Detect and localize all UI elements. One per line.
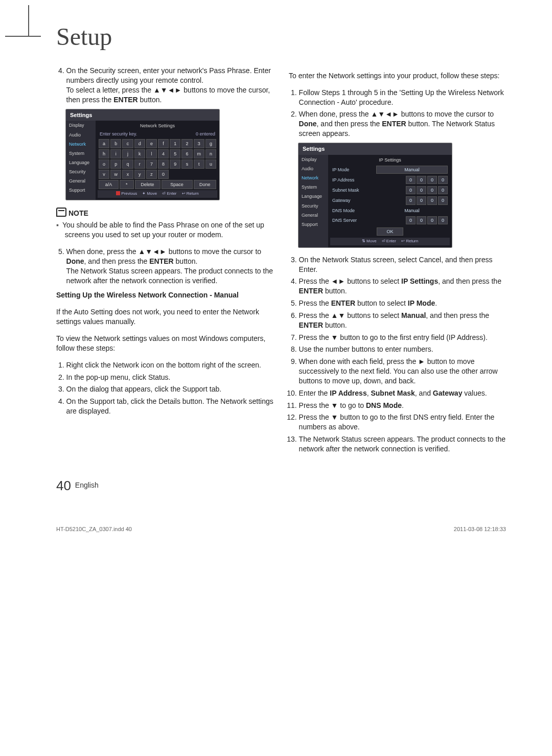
ip-o4[interactable]: 0: [438, 176, 448, 184]
key-1[interactable]: 1: [170, 139, 180, 148]
bar2-return: ↩ Return: [401, 239, 418, 244]
rs11c: .: [402, 401, 404, 409]
key-3[interactable]: 3: [194, 139, 204, 148]
key-z[interactable]: z: [146, 170, 157, 179]
key-d[interactable]: d: [134, 139, 145, 148]
side2-support: Support: [298, 220, 328, 229]
dns-o1[interactable]: 0: [406, 216, 416, 224]
key-star[interactable]: *: [120, 180, 134, 189]
side2-display: Display: [298, 155, 328, 164]
page-number: 40: [56, 478, 71, 493]
key-t[interactable]: t: [194, 159, 204, 169]
dns-o3[interactable]: 0: [427, 216, 437, 224]
rs2b: Done: [299, 120, 317, 128]
key-v[interactable]: v: [99, 170, 109, 179]
key-a[interactable]: a: [99, 139, 109, 148]
setup-continue-list-2: When done, press the ▲▼◄► buttons to mov…: [56, 247, 273, 286]
key-o[interactable]: o: [99, 159, 109, 169]
ok-button[interactable]: OK: [377, 227, 403, 236]
key-7[interactable]: 7: [146, 159, 157, 169]
panel2-sidebar: Display Audio Network System Language Se…: [298, 155, 328, 247]
gw-o3[interactable]: 0: [427, 196, 437, 204]
key-u[interactable]: u: [205, 159, 216, 169]
sn-o2[interactable]: 0: [417, 186, 426, 194]
key-space[interactable]: Space: [162, 180, 193, 189]
bar2-enter-label: Enter: [386, 239, 396, 243]
sn-o1[interactable]: 0: [406, 186, 416, 194]
dns-o4[interactable]: 0: [438, 216, 448, 224]
dnsmode-value[interactable]: Manual: [376, 207, 448, 214]
step4-text-b1: To select a letter, press the ▲▼◄► butto…: [66, 86, 270, 104]
key-i[interactable]: i: [110, 149, 121, 158]
gateway-value[interactable]: 0 0 0 0: [376, 196, 448, 204]
key-5[interactable]: 5: [170, 149, 180, 158]
key-4[interactable]: 4: [158, 149, 169, 158]
key-delete[interactable]: Delete: [135, 180, 160, 189]
ip-o3[interactable]: 0: [427, 176, 437, 184]
ipaddress-value[interactable]: 0 0 0 0: [376, 176, 448, 184]
key-m[interactable]: m: [194, 149, 204, 158]
footer: HT-D5210C_ZA_0307.indd 40 2011-03-08 12:…: [56, 525, 506, 533]
dnsserver-row: DNS Server 0 0 0 0: [330, 215, 450, 225]
key-q[interactable]: q: [122, 159, 133, 169]
ip-settings-panel: Settings Display Audio Network System La…: [298, 143, 452, 248]
rs4a: Press the ◄► buttons to select: [299, 277, 401, 285]
note-icon: [56, 208, 66, 217]
key-x[interactable]: x: [122, 170, 133, 179]
key-j[interactable]: j: [122, 149, 133, 158]
gw-o4[interactable]: 0: [438, 196, 448, 204]
sn-o3[interactable]: 0: [427, 186, 437, 194]
key-s[interactable]: s: [181, 159, 192, 169]
key-k[interactable]: k: [134, 149, 145, 158]
dnsserver-label: DNS Server: [332, 217, 373, 223]
step5-a: When done, press the ▲▼◄► buttons to mov…: [66, 247, 262, 256]
windows-steps: Right click the Network icon on the bott…: [56, 360, 273, 416]
dnsmode-row: DNS Mode Manual: [330, 206, 450, 215]
dnsserver-value[interactable]: 0 0 0 0: [376, 216, 448, 224]
rs6e: button.: [323, 321, 347, 329]
dns-o2[interactable]: 0: [417, 216, 426, 224]
key-2[interactable]: 2: [181, 139, 192, 148]
ip-o2[interactable]: 0: [417, 176, 426, 184]
step-5: When done, press the ▲▼◄► buttons to mov…: [66, 247, 273, 286]
key-f[interactable]: f: [158, 139, 169, 148]
gw-o1[interactable]: 0: [406, 196, 416, 204]
bar-move-label: Move: [147, 191, 157, 196]
side-support: Support: [66, 186, 96, 195]
key-g[interactable]: g: [205, 139, 216, 148]
key-b[interactable]: b: [110, 139, 121, 148]
key-n[interactable]: n: [205, 149, 216, 158]
rs10d: Subnet Mask: [371, 389, 415, 397]
key-r[interactable]: r: [134, 159, 145, 169]
rstep-9: When done with each field, press the ► b…: [299, 357, 506, 386]
bar2-enter: ⏎ Enter: [382, 239, 396, 244]
key-h[interactable]: h: [99, 149, 109, 158]
key-w[interactable]: w: [110, 170, 121, 179]
side-display: Display: [66, 121, 96, 130]
key-e[interactable]: e: [146, 139, 157, 148]
key-c[interactable]: c: [122, 139, 133, 148]
ipmode-value[interactable]: Manual: [376, 166, 448, 174]
key-shift[interactable]: a/A: [99, 180, 119, 189]
right-intro: To enter the Network settings into your …: [289, 71, 506, 81]
content-columns: On the Security screen, enter your netwo…: [56, 64, 506, 456]
key-9[interactable]: 9: [170, 159, 180, 169]
step-4: On the Security screen, enter your netwo…: [66, 66, 273, 105]
key-l[interactable]: l: [146, 149, 157, 158]
gw-o2[interactable]: 0: [417, 196, 426, 204]
key-y[interactable]: y: [134, 170, 145, 179]
key-done[interactable]: Done: [194, 180, 216, 189]
sn-o4[interactable]: 0: [438, 186, 448, 194]
key-0[interactable]: 0: [158, 170, 169, 179]
ip-o1[interactable]: 0: [406, 176, 416, 184]
network-settings-panel: Settings Display Audio Network System La…: [65, 109, 220, 201]
ipaddress-label: IP Address: [332, 177, 373, 183]
rstep-3: On the Network Status screen, select Can…: [299, 255, 506, 274]
subnet-value[interactable]: 0 0 0 0: [376, 186, 448, 194]
rstep-1: Follow Steps 1 through 5 in the 'Setting…: [299, 88, 506, 107]
side2-security: Security: [298, 201, 328, 211]
key-6[interactable]: 6: [181, 149, 192, 158]
bar-enter: ⏎ Enter: [162, 191, 176, 197]
key-p[interactable]: p: [110, 159, 121, 169]
key-8[interactable]: 8: [158, 159, 169, 169]
